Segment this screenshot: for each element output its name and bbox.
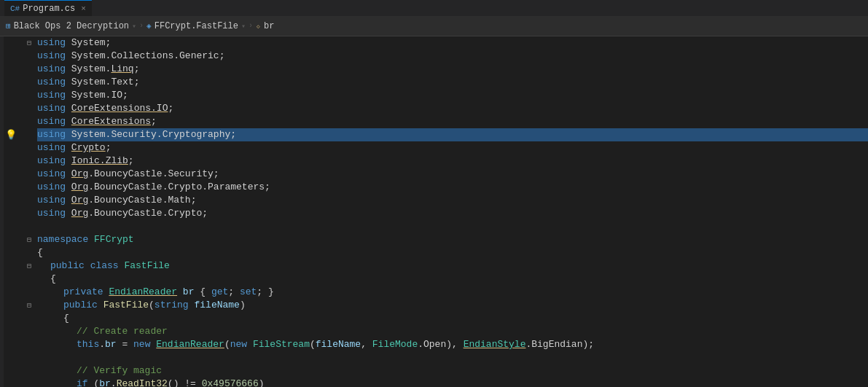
- gutter-26: [4, 364, 34, 378]
- code-line-20: private EndianReader br { get; set; }: [37, 286, 868, 299]
- gutter-18: ⊟: [4, 259, 34, 273]
- file-icon: ◈: [146, 21, 152, 31]
- code-line-2: using System.Collections.Generic;: [37, 50, 868, 63]
- project-segment[interactable]: ⊞ Black Ops 2 Decryption ▾: [6, 21, 136, 31]
- title-bar: C# Program.cs ×: [0, 0, 868, 16]
- code-line-6: using CoreExtensions.IO;: [37, 102, 868, 115]
- tab-filename: Program.cs: [23, 4, 75, 14]
- gutter-2: [4, 50, 34, 63]
- gutter-23: [4, 325, 34, 338]
- code-line-11: using Org.BouncyCastle.Security;: [37, 168, 868, 181]
- code-line-26: // Verify magic: [37, 364, 868, 378]
- gutter-20: [4, 286, 34, 299]
- code-line-13: using Org.BouncyCastle.Math;: [37, 194, 868, 207]
- gutter-19: [4, 273, 34, 286]
- code-line-19: {: [37, 273, 868, 286]
- lightbulb-icon[interactable]: 💡: [5, 129, 17, 141]
- code-line-1: using System;: [37, 36, 868, 50]
- code-line-14: using Org.BouncyCastle.Crypto;: [37, 207, 868, 220]
- code-line-9: using Crypto;: [37, 141, 868, 155]
- gutter-7: [4, 115, 34, 128]
- gutter: ⊟ 💡 ⊟ ⊟ ⊟: [4, 36, 34, 387]
- code-line-16: namespace FFCrypt: [37, 233, 868, 246]
- file-segment[interactable]: ◈ FFCrypt.FastFile ▾: [146, 21, 246, 31]
- code-line-4: using System.Text;: [37, 76, 868, 89]
- gutter-9: [4, 141, 34, 155]
- file-path: FFCrypt.FastFile: [155, 21, 238, 31]
- code-line-10: using Ionic.Zlib;: [37, 155, 868, 168]
- gutter-12: [4, 181, 34, 194]
- dropdown-arrow-1: ▾: [132, 22, 136, 31]
- code-line-5: using System.IO;: [37, 89, 868, 102]
- gutter-5: [4, 89, 34, 102]
- code-line-3: using System.Linq;: [37, 63, 868, 76]
- gutter-16: ⊟: [4, 233, 34, 246]
- gutter-14: [4, 207, 34, 220]
- collapse-1[interactable]: ⊟: [27, 39, 31, 47]
- gutter-22: [4, 312, 34, 325]
- gutter-15: [4, 220, 34, 233]
- project-name: Black Ops 2 Decryption: [14, 21, 129, 31]
- method-icon: ⬦: [256, 22, 261, 31]
- code-line-23: // Create reader: [37, 325, 868, 338]
- gutter-11: [4, 168, 34, 181]
- code-line-24: this.br = new EndianReader(new FileStrea…: [37, 338, 868, 351]
- collapse-method[interactable]: ⊟: [27, 301, 31, 310]
- gutter-8: 💡: [4, 128, 34, 141]
- gutter-6: [4, 102, 34, 115]
- code-line-18: public class FastFile: [37, 259, 868, 273]
- code-line-22: {: [37, 312, 868, 325]
- gutter-13: [4, 194, 34, 207]
- code-line-27: if (br.ReadInt32() != 0x49576666): [37, 378, 868, 387]
- code-area[interactable]: using System; using System.Collections.G…: [34, 36, 868, 387]
- breadcrumb-sep-1: ›: [139, 22, 144, 30]
- code-line-7: using CoreExtensions;: [37, 115, 868, 128]
- code-line-12: using Org.BouncyCastle.Crypto.Parameters…: [37, 181, 868, 194]
- gutter-25: [4, 351, 34, 364]
- breadcrumb-sep-2: ›: [249, 22, 253, 30]
- program-tab[interactable]: C# Program.cs ×: [4, 0, 92, 16]
- gutter-10: [4, 155, 34, 168]
- dropdown-arrow-2: ▾: [241, 22, 246, 31]
- collapse-ns[interactable]: ⊟: [27, 235, 31, 244]
- breadcrumb-area: ⊞ Black Ops 2 Decryption ▾ › ◈ FFCrypt.F…: [6, 21, 862, 31]
- gutter-24: [4, 338, 34, 351]
- editor-container: ⊟ 💡 ⊟ ⊟ ⊟: [0, 36, 868, 387]
- gutter-4: [4, 76, 34, 89]
- method-segment[interactable]: ⬦ br: [256, 21, 274, 31]
- gutter-1: ⊟: [4, 36, 34, 50]
- project-icon: ⊞: [6, 21, 11, 31]
- gutter-17: [4, 246, 34, 259]
- gutter-21: ⊟: [4, 299, 34, 312]
- toolbar: ⊞ Black Ops 2 Decryption ▾ › ◈ FFCrypt.F…: [0, 16, 868, 36]
- gutter-27: [4, 378, 34, 387]
- code-line-15: [37, 220, 868, 233]
- collapse-class[interactable]: ⊟: [27, 262, 31, 270]
- method-name: br: [264, 21, 274, 31]
- tab-close-button[interactable]: ×: [81, 4, 86, 13]
- code-line-17: {: [37, 246, 868, 259]
- code-line-21: public FastFile(string fileName): [37, 299, 868, 312]
- code-line-8: using System.Security.Cryptography;: [37, 128, 868, 141]
- cs-icon: C#: [10, 4, 20, 13]
- gutter-3: [4, 63, 34, 76]
- code-line-25: [37, 351, 868, 364]
